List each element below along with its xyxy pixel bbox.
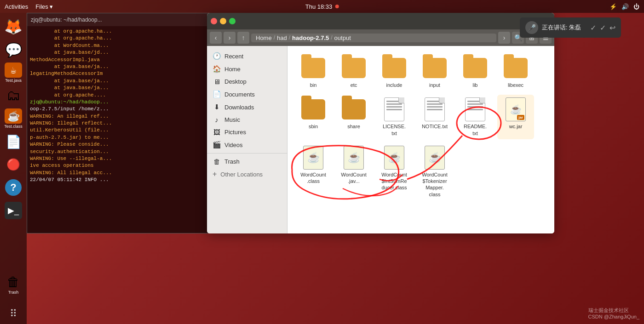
network-icon: ⚡ (610, 3, 617, 10)
terminal-content[interactable]: at org.apache.ha... at org.apache.ha... … (27, 26, 208, 233)
file-input[interactable]: input (416, 53, 453, 91)
sidebar-item-downloads[interactable]: ⬇ Downloads (207, 101, 287, 114)
file-notice-txt[interactable]: NOTICE.txt (416, 95, 453, 139)
music-icon: ♪ (213, 116, 221, 124)
file-readme-txt[interactable]: README.txt (457, 95, 494, 139)
chat-mic-icon: 🎤 (525, 21, 538, 34)
fm-back-button[interactable]: ‹ (210, 32, 222, 44)
chat-check-button[interactable]: ✓ (590, 23, 596, 32)
fm-maximize-button[interactable] (229, 18, 236, 24)
file-wc-jar[interactable]: ☕ jar wc.jar (497, 95, 534, 139)
sidebar-label-other-locations: Other Locations (220, 171, 263, 178)
sidebar-label-videos: Videos (224, 142, 243, 148)
fm-more-button[interactable]: › (498, 32, 510, 44)
sidebar-item-videos[interactable]: 🎬 Videos (207, 138, 287, 151)
fm-files-grid: bin etc include input lib (295, 53, 547, 200)
watermark-line1: 瑞士掘金技术社区 (588, 307, 639, 314)
documents-icon: 📄 (213, 90, 221, 98)
sidebar-item-other-locations[interactable]: + Other Locations (207, 168, 287, 181)
top-bar: Activities Files ▾ Thu 18:33 ⚡ 🔊 ⏻ (0, 0, 644, 13)
chat-notification: 🎤 正在讲话: 朱磊 ✓ ✓ ↩ (520, 17, 621, 38)
dock-item-text-doc[interactable]: 📄 (3, 131, 23, 152)
dock-item-test-class[interactable]: ☕ Test.class (3, 108, 23, 129)
dot-indicator (335, 5, 339, 8)
file-bin[interactable]: bin (295, 53, 332, 91)
sidebar-item-desktop[interactable]: 🖥 Desktop (207, 75, 287, 88)
file-include[interactable]: include (376, 53, 413, 91)
add-locations-icon: + (213, 170, 217, 178)
dock-item-help[interactable]: ? (3, 177, 23, 198)
dock-item-test-java[interactable]: ☕ Test.java (3, 63, 23, 83)
fm-titlebar (207, 13, 554, 29)
file-wordcount-java[interactable]: ☕ WordCount.jav... (335, 143, 372, 200)
sidebar-item-documents[interactable]: 📄 Documents (207, 88, 287, 101)
dock-label-test-class: Test.class (4, 124, 23, 129)
chat-action-buttons: ✓ ✓ ↩ (590, 23, 615, 32)
file-etc[interactable]: etc (335, 53, 372, 91)
fm-toolbar: ‹ › ↑ Home / had / hadoop-2.7.5 / output… (207, 29, 554, 46)
fm-main: bin etc include input lib (288, 46, 554, 233)
watermark-line2: CSDN @ZhangJiQun_ (588, 314, 639, 319)
sidebar-label-recent: Recent (224, 53, 243, 60)
sidebar-item-recent[interactable]: 🕐 Recent (207, 50, 287, 63)
fm-bc-hadoop[interactable]: hadoop-2.7.5 (290, 34, 331, 41)
sidebar-label-trash: Trash (224, 158, 240, 165)
file-wordcount-tokenizer[interactable]: ☕ WordCount$TokenizerMapper.class (416, 143, 453, 200)
power-icon[interactable]: ⏻ (633, 3, 639, 10)
watermark: 瑞士掘金技术社区 CSDN @ZhangJiQun_ (588, 307, 639, 319)
file-share[interactable]: share (335, 95, 372, 139)
dock-item-files[interactable]: 🗂 (3, 85, 23, 106)
file-sbin[interactable]: sbin (295, 95, 332, 139)
terminal-title: zjq@ubuntu: ~/had/hadoop... (31, 17, 102, 23)
sidebar-item-home[interactable]: 🏠 Home (207, 63, 287, 75)
dock-item-trash[interactable]: 🗑 Trash (3, 274, 23, 295)
videos-icon: 🎬 (213, 141, 221, 149)
sidebar-divider (207, 153, 287, 153)
chat-reply-button[interactable]: ↩ (610, 23, 615, 32)
home-icon: 🏠 (213, 65, 221, 73)
sidebar-label-pictures: Pictures (224, 129, 246, 136)
recent-icon: 🕐 (213, 52, 221, 60)
dock-item-terminal[interactable]: ▶_ (3, 200, 23, 221)
sidebar-label-desktop: Desktop (224, 78, 247, 85)
sidebar-label-downloads: Downloads (224, 104, 254, 111)
file-libexec[interactable]: libexec (497, 53, 534, 91)
fm-minimize-button[interactable] (220, 18, 226, 24)
fm-forward-button[interactable]: › (224, 32, 236, 44)
sidebar-item-pictures[interactable]: 🖼 Pictures (207, 126, 287, 138)
file-wordcount-intsumreducer[interactable]: ☕ WordCount$IntSumReducer.class (376, 143, 413, 200)
dock-label-trash: Trash (8, 290, 19, 295)
fm-up-button[interactable]: ↑ (237, 32, 249, 44)
dock-item-firefox[interactable]: 🦊 (3, 17, 23, 37)
file-lib[interactable]: lib (457, 53, 494, 91)
files-menu[interactable]: Files ▾ (35, 3, 53, 10)
fm-bc-had[interactable]: had (275, 34, 289, 41)
chat-check2-button[interactable]: ✓ (600, 23, 606, 32)
sidebar-item-trash[interactable]: 🗑 Trash (207, 155, 287, 168)
sidebar-label-documents: Documents (224, 91, 255, 98)
dock-label-test-java: Test.java (5, 78, 22, 83)
fm-breadcrumb: Home / had / hadoop-2.7.5 / output (251, 34, 496, 42)
terminal-titlebar: zjq@ubuntu: ~/had/hadoop... (27, 13, 208, 26)
file-license-txt[interactable]: LICENSE.txt (376, 95, 413, 139)
fm-bc-output[interactable]: output (333, 34, 353, 41)
sidebar-label-home: Home (224, 66, 241, 73)
dock-item-messaging[interactable]: 💬 (3, 40, 23, 60)
downloads-icon: ⬇ (213, 103, 221, 111)
sidebar-label-music: Music (224, 116, 240, 123)
datetime-label: Thu 18:33 (305, 3, 333, 10)
fm-body: 🕐 Recent 🏠 Home 🖥 Desktop 📄 Documents ⬇ … (207, 46, 554, 233)
file-wordcount-class[interactable]: ☕ WordCount.class (295, 143, 332, 200)
chat-notification-text: 正在讲话: 朱磊 (542, 23, 586, 32)
trash-icon: 🗑 (213, 158, 221, 165)
activities-label[interactable]: Activities (5, 3, 28, 10)
volume-icon: 🔊 (621, 3, 629, 10)
dock-item-unknown1[interactable]: 🔴 (3, 154, 23, 175)
desktop-icon: 🖥 (213, 78, 221, 85)
file-manager: ‹ › ↑ Home / had / hadoop-2.7.5 / output… (207, 13, 554, 233)
sidebar-item-music[interactable]: ♪ Music (207, 114, 287, 126)
dock-item-grid[interactable]: ⠿ (3, 304, 23, 324)
fm-close-button[interactable] (211, 18, 217, 24)
fm-bc-home[interactable]: Home (254, 34, 274, 41)
fm-sidebar: 🕐 Recent 🏠 Home 🖥 Desktop 📄 Documents ⬇ … (207, 46, 288, 233)
